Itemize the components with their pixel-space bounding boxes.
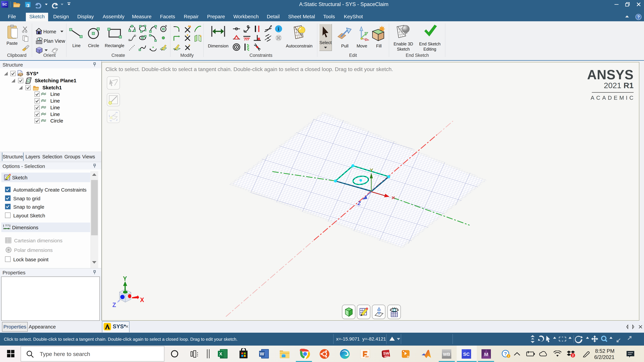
svg-text:Y: Y xyxy=(370,167,373,173)
svg-text:360: 360 xyxy=(365,356,369,358)
svg-text:SW: SW xyxy=(383,351,389,356)
svg-text:M: M xyxy=(484,352,488,357)
svg-text:?: ? xyxy=(504,351,507,356)
svg-text:W: W xyxy=(260,351,264,357)
svg-text:Y: Y xyxy=(123,275,127,282)
svg-text:2020: 2020 xyxy=(384,355,389,358)
svg-text:X: X xyxy=(140,297,144,303)
svg-text:WB: WB xyxy=(443,352,450,357)
svg-text:20: 20 xyxy=(407,355,410,358)
svg-text:2: 2 xyxy=(572,354,574,357)
svg-text:Z: Z xyxy=(358,200,361,206)
svg-text:X: X xyxy=(7,224,9,227)
svg-text:SC: SC xyxy=(463,352,470,357)
svg-text:i: i xyxy=(278,26,280,32)
svg-text:X: X xyxy=(5,224,7,227)
svg-text:Z: Z xyxy=(112,302,116,308)
svg-text:X: X xyxy=(219,351,222,357)
svg-text:i: i xyxy=(508,355,509,358)
